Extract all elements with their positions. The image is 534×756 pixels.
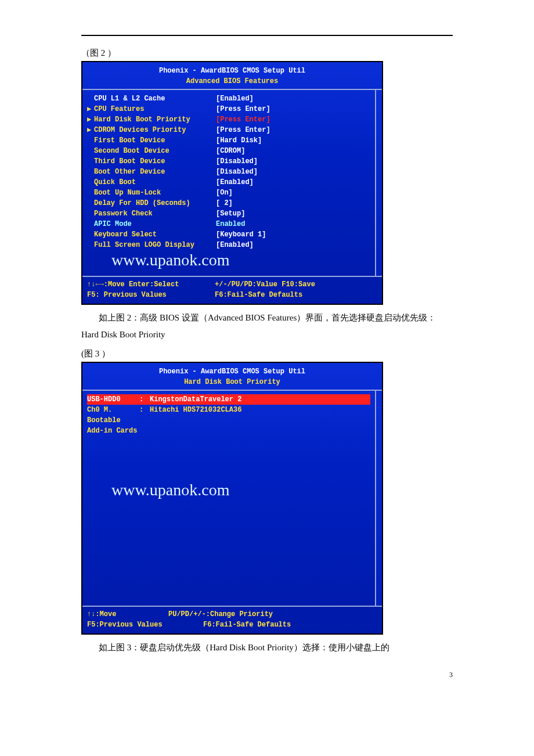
priority-device: Bootable Add-in Cards	[87, 415, 139, 436]
bios-option-row[interactable]: Third Boot Device[Disabled]	[87, 156, 370, 167]
option-value: [Hard Disk]	[216, 135, 262, 146]
bios-option-row[interactable]: Second Boot Device[CDROM]	[87, 146, 370, 156]
option-value: [Keyboard 1]	[216, 229, 266, 240]
bios3-hint-change: PU/PD/+/-:Change Priority	[168, 609, 273, 620]
top-rule	[81, 35, 453, 36]
bios3-hint-prev: F5:Previous Values	[87, 620, 203, 630]
option-label: Delay For HDD (Seconds)	[94, 198, 216, 208]
bios-priority-row[interactable]: Bootable Add-in Cards	[87, 415, 370, 436]
bios-option-row[interactable]: First Boot Device[Hard Disk]	[87, 135, 370, 146]
bios-option-row[interactable]: Boot Up Num-Lock[On]	[87, 188, 370, 198]
bios-option-row[interactable]: ▶CDROM Devices Priority[Press Enter]	[87, 125, 370, 135]
bios3-hint-move: ↑↓:Move	[87, 609, 168, 620]
bios-option-row[interactable]: APIC Mode Enabled	[87, 219, 370, 229]
bios2-title-1: Phoenix - AwardBIOS CMOS Setup Util	[85, 66, 380, 76]
figure-2-caption: （图 2 ）	[81, 48, 453, 59]
priority-device: USB-HDD0	[87, 394, 139, 405]
figure-3-caption: (图 3 ）	[81, 348, 453, 359]
bios3-header: Phoenix - AwardBIOS CMOS Setup Util Hard…	[82, 363, 382, 390]
separator: :	[139, 394, 150, 405]
option-value: [On]	[216, 188, 233, 198]
option-value: [Enabled]	[216, 240, 254, 250]
watermark: www.upanok.com	[111, 478, 229, 502]
option-label: Quick Boot	[94, 177, 216, 188]
bios-option-row[interactable]: ▶CPU Features[Press Enter]	[87, 104, 370, 114]
bios2-hint-move: ↑↓←→:Move Enter:Select	[87, 279, 215, 290]
bios-option-row[interactable]: CPU L1 & L2 Cache[Enabled]	[87, 93, 370, 104]
bios2-footer: ↑↓←→:Move Enter:Select +/-/PU/PD:Value F…	[82, 277, 382, 304]
option-value: [ 2]	[216, 198, 233, 208]
bios3-list: www.upanok.com USB-HDD0:KingstonDataTrav…	[82, 391, 376, 606]
option-value: [Press Enter]	[216, 125, 270, 135]
option-label: CPU L1 & L2 Cache	[94, 93, 216, 104]
bios3-title-2: Hard Disk Boot Priority	[85, 377, 380, 387]
option-value: [Disabled]	[216, 167, 258, 177]
option-label: Boot Up Num-Lock	[94, 188, 216, 198]
option-label: Boot Other Device	[94, 167, 216, 177]
page-number: 3	[449, 671, 453, 679]
option-label: Hard Disk Boot Priority	[94, 114, 216, 125]
watermark: www.upanok.com	[111, 248, 229, 272]
bios-figure-2: Phoenix - AwardBIOS CMOS Setup Util Adva…	[81, 61, 383, 305]
bios-option-row[interactable]: Full Screen LOGO Display[Enabled]	[87, 240, 370, 250]
option-value: [Press Enter]	[216, 104, 270, 114]
text-after-fig3: 如上图 3：硬盘启动优先级（Hard Disk Boot Priority）选择…	[81, 639, 453, 656]
option-value: [Setup]	[216, 208, 245, 219]
bios2-side-panel	[376, 90, 382, 276]
bios2-hint-value: +/-/PU/PD:Value F10:Save	[215, 279, 315, 290]
priority-device: Ch0 M.	[87, 405, 139, 415]
option-label: APIC Mode	[94, 219, 216, 229]
bios-option-row[interactable]: Quick Boot[Enabled]	[87, 177, 370, 188]
bios2-options: www.upanok.com CPU L1 & L2 Cache[Enabled…	[82, 90, 376, 276]
option-value: [Press Enter]	[216, 114, 270, 125]
bios-figure-3: Phoenix - AwardBIOS CMOS Setup Util Hard…	[81, 362, 383, 635]
option-label: CDROM Devices Priority	[94, 125, 216, 135]
bios-priority-row[interactable]: USB-HDD0:KingstonDataTraveler 2	[87, 394, 370, 405]
option-value: Enabled	[216, 219, 245, 229]
option-value: [CDROM]	[216, 146, 245, 156]
separator: :	[139, 405, 150, 415]
bios3-footer: ↑↓:Move PU/PD/+/-:Change Priority F5:Pre…	[82, 607, 382, 633]
bios3-side-panel	[376, 391, 382, 606]
option-label: Keyboard Select	[94, 229, 216, 240]
option-label: Full Screen LOGO Display	[94, 240, 216, 250]
bios2-title-2: Advanced BIOS Features	[85, 76, 380, 87]
priority-model: KingstonDataTraveler 2	[150, 394, 241, 405]
option-value: [Enabled]	[216, 93, 254, 104]
bios2-hint-defaults: F6:Fail-Safe Defaults	[215, 290, 302, 300]
bios-priority-row[interactable]: Ch0 M.:Hitachi HDS721032CLA36	[87, 405, 370, 415]
option-label: Passwork Check	[94, 208, 216, 219]
bios2-hint-prev: F5: Previous Values	[87, 290, 215, 300]
option-value: [Enabled]	[216, 177, 254, 188]
option-label: First Boot Device	[94, 135, 216, 146]
option-value: [Disabled]	[216, 156, 258, 167]
bios2-header: Phoenix - AwardBIOS CMOS Setup Util Adva…	[82, 62, 382, 89]
text-after-fig2: 如上图 2：高级 BIOS 设置（Advanced BIOS Features）…	[81, 309, 453, 343]
option-label: Third Boot Device	[94, 156, 216, 167]
option-label: CPU Features	[94, 104, 216, 114]
bios-option-row[interactable]: Passwork Check[Setup]	[87, 208, 370, 219]
bios-option-row[interactable]: ▶Hard Disk Boot Priority[Press Enter]	[87, 114, 370, 125]
triangle-icon: ▶	[87, 104, 94, 114]
option-label: Second Boot Device	[94, 146, 216, 156]
bios-option-row[interactable]: Boot Other Device[Disabled]	[87, 167, 370, 177]
priority-model: Hitachi HDS721032CLA36	[150, 405, 241, 415]
bios3-title-1: Phoenix - AwardBIOS CMOS Setup Util	[85, 366, 380, 377]
bios3-hint-defaults: F6:Fail-Safe Defaults	[203, 620, 291, 630]
triangle-icon: ▶	[87, 125, 94, 135]
triangle-icon: ▶	[87, 114, 94, 125]
bios-option-row[interactable]: Keyboard Select[Keyboard 1]	[87, 229, 370, 240]
bios-option-row[interactable]: Delay For HDD (Seconds)[ 2]	[87, 198, 370, 208]
